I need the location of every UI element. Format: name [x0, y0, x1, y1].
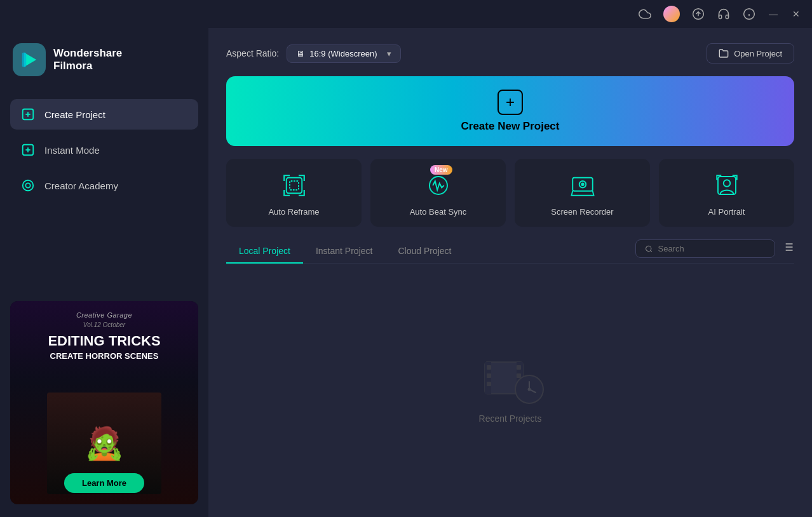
- cloud-icon[interactable]: [638, 7, 652, 21]
- logo-line1: Wondershare: [53, 47, 122, 60]
- aspect-ratio-icon: 🖥: [296, 49, 304, 58]
- projects-tabs: Local Project Instant Project Cloud Proj…: [226, 239, 794, 264]
- new-badge: New: [430, 165, 452, 175]
- promo-banner: Creative Garage Vol.12 October EDITING T…: [10, 301, 198, 504]
- sidebar: Wondershare Filmora Create Project: [0, 28, 208, 517]
- screen-recorder-label: Screen Recorder: [551, 207, 613, 217]
- aspect-ratio-value: 16:9 (Widescreen): [309, 49, 377, 58]
- svg-point-43: [528, 387, 531, 391]
- svg-rect-35: [487, 373, 491, 378]
- recent-projects-label: Recent Projects: [479, 413, 542, 424]
- upload-icon[interactable]: [691, 7, 705, 21]
- ai-portrait-icon: [713, 171, 741, 199]
- aspect-ratio-select[interactable]: 🖥 16:9 (Widescreen) ▾: [287, 44, 401, 63]
- svg-line-24: [651, 250, 652, 252]
- svg-point-13: [23, 180, 34, 191]
- instant-mode-label: Instant Mode: [44, 145, 100, 156]
- creator-academy-label: Creator Academy: [44, 180, 118, 191]
- feature-card-auto-beat-sync[interactable]: New Auto Beat Sync: [370, 159, 506, 227]
- svg-rect-37: [517, 365, 521, 370]
- app-logo: [13, 43, 46, 76]
- sidebar-item-instant-mode[interactable]: Instant Mode: [10, 135, 198, 165]
- search-box[interactable]: [635, 239, 775, 258]
- svg-rect-6: [22, 53, 26, 67]
- auto-beat-sync-label: Auto Beat Sync: [410, 207, 467, 217]
- open-project-label: Open Project: [734, 49, 782, 58]
- recent-projects-icon: [478, 352, 542, 403]
- svg-point-14: [25, 183, 30, 187]
- svg-rect-34: [487, 365, 491, 370]
- ai-portrait-label: AI Portrait: [708, 207, 745, 217]
- search-icon: [645, 245, 653, 253]
- logo-line2: Filmora: [53, 60, 122, 72]
- screen-recorder-icon: [569, 171, 597, 199]
- search-area: [635, 239, 794, 263]
- promo-sub-text: CREATE HORROR SCENES: [50, 351, 159, 361]
- create-project-label: Create Project: [44, 109, 105, 120]
- topbar: Aspect Ratio: 🖥 16:9 (Widescreen) ▾ Open…: [226, 43, 794, 64]
- svg-rect-16: [290, 181, 299, 190]
- promo-main-text: EDITING TRICKS: [48, 333, 160, 349]
- promo-learn-more-button[interactable]: Learn More: [64, 473, 144, 493]
- empty-state: Recent Projects: [226, 274, 794, 502]
- main-layout: Wondershare Filmora Create Project: [0, 28, 812, 517]
- svg-rect-38: [517, 373, 521, 378]
- tab-instant-project[interactable]: Instant Project: [303, 239, 386, 264]
- svg-rect-21: [718, 177, 736, 194]
- tab-cloud-project[interactable]: Cloud Project: [385, 239, 464, 264]
- projects-section: Local Project Instant Project Cloud Proj…: [226, 239, 794, 502]
- titlebar: — ✕: [0, 0, 812, 28]
- folder-icon: [719, 48, 729, 58]
- list-view-icon[interactable]: [782, 241, 794, 257]
- search-input[interactable]: [658, 244, 766, 253]
- feature-card-auto-reframe[interactable]: Auto Reframe: [226, 159, 362, 227]
- logo-area: Wondershare Filmora: [10, 41, 198, 79]
- user-avatar[interactable]: [663, 6, 680, 22]
- instant-mode-icon: [20, 142, 36, 158]
- aspect-ratio-label: Aspect Ratio:: [226, 48, 279, 58]
- svg-rect-15: [286, 178, 302, 194]
- sidebar-item-create-project[interactable]: Create Project: [10, 99, 198, 130]
- headphones-icon[interactable]: [717, 7, 731, 21]
- logo-text: Wondershare Filmora: [53, 47, 122, 73]
- minimize-button[interactable]: —: [768, 8, 779, 20]
- create-banner-label: Create New Project: [461, 120, 560, 133]
- content-area: Aspect Ratio: 🖥 16:9 (Widescreen) ▾ Open…: [208, 28, 812, 517]
- promo-title-small: Creative Garage: [76, 311, 132, 319]
- auto-beat-sync-icon: [424, 171, 452, 199]
- create-new-project-banner[interactable]: + Create New Project: [226, 76, 794, 146]
- sidebar-item-creator-academy[interactable]: Creator Academy: [10, 170, 198, 201]
- auto-reframe-label: Auto Reframe: [268, 207, 319, 217]
- creator-academy-icon: [20, 178, 36, 193]
- create-project-icon: [20, 107, 36, 122]
- tab-local-project[interactable]: Local Project: [226, 239, 303, 264]
- svg-point-20: [581, 184, 584, 186]
- open-project-button[interactable]: Open Project: [707, 43, 794, 64]
- create-plus-icon: +: [497, 90, 523, 115]
- svg-point-23: [646, 246, 651, 251]
- feature-card-screen-recorder[interactable]: Screen Recorder: [515, 159, 650, 227]
- info-icon[interactable]: [742, 7, 756, 21]
- svg-point-22: [723, 180, 730, 187]
- close-button[interactable]: ✕: [790, 8, 802, 20]
- feature-cards-row: Auto Reframe New Auto Beat Sync: [226, 159, 794, 227]
- chevron-down-icon: ▾: [387, 49, 391, 58]
- feature-card-ai-portrait[interactable]: AI Portrait: [659, 159, 794, 227]
- auto-reframe-icon: [280, 171, 308, 199]
- svg-rect-36: [487, 382, 491, 386]
- promo-title-sub: Vol.12 October: [83, 321, 125, 328]
